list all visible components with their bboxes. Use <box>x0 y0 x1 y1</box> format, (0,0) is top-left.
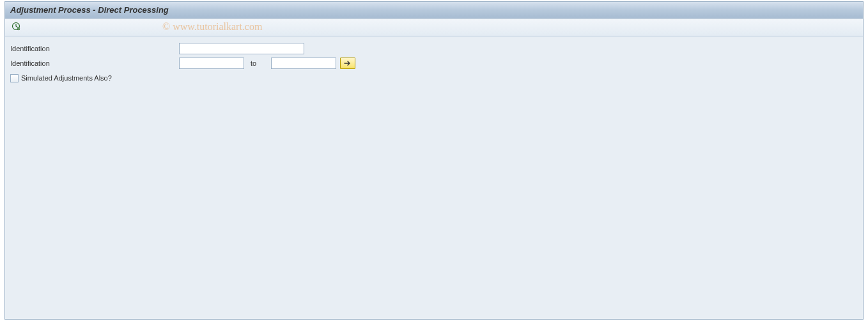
to-label: to <box>244 59 271 67</box>
identification-from-input[interactable] <box>179 58 244 69</box>
identification-to-input[interactable] <box>271 58 336 69</box>
simulated-adjustments-checkbox[interactable] <box>10 74 19 82</box>
identification-label-2: Identification <box>9 59 179 67</box>
page-title: Adjustment Process - Direct Processing <box>10 5 169 15</box>
identification-input[interactable] <box>179 43 304 54</box>
simulated-adjustments-row: Simulated Adjustments Also? <box>9 71 859 85</box>
simulated-adjustments-label: Simulated Adjustments Also? <box>21 74 112 82</box>
multiple-selection-button[interactable] <box>340 58 355 69</box>
arrow-right-icon <box>344 59 352 68</box>
watermark-text: © www.tutorialkart.com <box>162 21 262 33</box>
app-window: Adjustment Process - Direct Processing ©… <box>4 1 864 320</box>
selection-screen: Identification Identification to Simulat… <box>5 36 863 319</box>
identification-row-2: Identification to <box>9 56 859 70</box>
clock-execute-icon <box>12 22 20 33</box>
title-bar: Adjustment Process - Direct Processing <box>5 2 863 19</box>
identification-row-1: Identification <box>9 42 859 56</box>
application-toolbar: © www.tutorialkart.com <box>5 19 863 36</box>
execute-button[interactable] <box>9 20 23 35</box>
identification-label-1: Identification <box>9 45 179 52</box>
